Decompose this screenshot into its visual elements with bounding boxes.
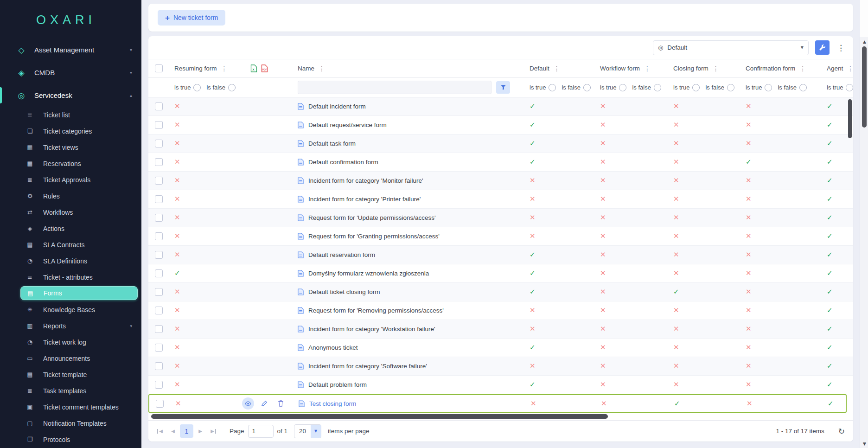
view-selector-dropdown[interactable]: ◎ Default ▼ xyxy=(653,40,809,55)
row-checkbox[interactable] xyxy=(155,121,163,129)
name-filter-input[interactable] xyxy=(298,81,491,94)
row-checkbox[interactable] xyxy=(155,381,163,389)
first-page-button[interactable]: ◀ xyxy=(155,425,167,437)
column-menu-icon[interactable]: ⋮ xyxy=(713,65,719,72)
is-true-radio[interactable] xyxy=(549,84,556,91)
row-checkbox[interactable] xyxy=(155,158,163,166)
is-true-radio[interactable] xyxy=(765,84,772,91)
sidebar-item-reports[interactable]: ▥Reports▾ xyxy=(0,318,141,334)
is-true-radio[interactable] xyxy=(846,84,853,91)
grid-vertical-scrollbar-thumb[interactable] xyxy=(848,99,852,138)
new-ticket-form-button[interactable]: + New ticket form xyxy=(158,10,225,26)
sidebar-item-forms[interactable]: ▤Forms xyxy=(20,286,138,300)
sidebar-item-cmdb[interactable]: ◈ CMDB ▾ xyxy=(0,61,141,84)
scroll-up-arrow-icon[interactable]: ▲ xyxy=(863,39,866,44)
next-page-button[interactable]: ▶ xyxy=(194,425,206,437)
table-row[interactable]: ✕Default problem form✓✕✕✕✓ xyxy=(148,376,853,394)
sidebar-item-knowledge-bases[interactable]: ✳Knowledge Bases xyxy=(0,301,141,318)
sidebar-item-asset-management[interactable]: ◇ Asset Management ▾ xyxy=(0,38,141,61)
table-row[interactable]: ✕Request form for 'Removing permissions/… xyxy=(148,301,853,320)
table-row[interactable]: ✕Request form for 'Update permissions/ac… xyxy=(148,209,853,227)
is-true-radio[interactable] xyxy=(619,84,626,91)
last-page-button[interactable]: ▶ xyxy=(206,425,218,437)
horizontal-scrollbar-thumb[interactable] xyxy=(151,414,608,419)
page-size-select[interactable]: 20 ▼ xyxy=(294,424,321,438)
sidebar-item-ticket-attributes[interactable]: ≡Ticket - attributes xyxy=(0,269,141,285)
row-checkbox[interactable] xyxy=(155,140,163,147)
is-true-radio[interactable] xyxy=(692,84,700,91)
sidebar-item-servicedesk[interactable]: ◎ Servicedesk ▴ xyxy=(0,84,141,107)
table-row[interactable]: ✕Anonymous ticket✓✕✕✕✓ xyxy=(148,339,853,357)
column-menu-icon[interactable]: ⋮ xyxy=(319,65,325,72)
page-number-input[interactable] xyxy=(248,425,274,438)
select-all-checkbox[interactable] xyxy=(155,64,163,72)
row-checkbox[interactable] xyxy=(155,288,163,296)
preview-button[interactable] xyxy=(242,397,254,410)
column-menu-icon[interactable]: ⋮ xyxy=(847,65,853,72)
sidebar-item-protocols[interactable]: ❐Protocols xyxy=(0,431,141,448)
row-checkbox[interactable] xyxy=(155,251,163,259)
sidebar-item-actions[interactable]: ◈Actions xyxy=(0,220,141,237)
sidebar-item-ticket-list[interactable]: ≡Ticket list xyxy=(0,107,141,123)
row-checkbox[interactable] xyxy=(156,400,164,408)
table-row[interactable]: ✕Default incident form✓✕✕✕✓ xyxy=(148,97,853,116)
current-page-button[interactable]: 1 xyxy=(180,424,193,438)
table-row[interactable]: ✕Request form for 'Granting permissions/… xyxy=(148,227,853,246)
sidebar-item-rules[interactable]: ⚙Rules xyxy=(0,188,141,204)
row-checkbox[interactable] xyxy=(155,325,163,333)
row-checkbox[interactable] xyxy=(155,214,163,222)
sidebar-item-notification-templates[interactable]: ▢Notification Templates xyxy=(0,415,141,431)
sidebar-item-ticket-categories[interactable]: ❏Ticket categories xyxy=(0,123,141,139)
table-row[interactable]: ✕Default reservation form✓✕✕✕✓ xyxy=(148,246,853,264)
kebab-menu-icon[interactable]: ⋮ xyxy=(837,43,845,52)
row-checkbox[interactable] xyxy=(155,102,163,110)
row-checkbox[interactable] xyxy=(155,269,163,277)
sidebar-item-sla-contracts[interactable]: ▤SLA Contracts xyxy=(0,237,141,253)
table-row[interactable]: ✕Default confirmation form✓✕✕✓✓ xyxy=(148,153,853,172)
table-row[interactable]: ✕Incident form for category 'Software fa… xyxy=(148,357,853,376)
sidebar-item-workflows[interactable]: ⇄Workflows xyxy=(0,204,141,220)
table-row[interactable]: ✕Default ticket closing form✓✕✓✕✓ xyxy=(148,283,853,301)
is-false-radio[interactable] xyxy=(228,84,236,91)
sidebar-item-task-templates[interactable]: ≣Task templates xyxy=(0,383,141,399)
table-row[interactable]: ✕Default request/service form✓✕✕✕✓ xyxy=(148,116,853,134)
is-true-radio[interactable] xyxy=(193,84,201,91)
grid-settings-wrench-button[interactable] xyxy=(815,40,830,55)
is-false-radio[interactable] xyxy=(799,84,807,91)
sidebar-item-announcements[interactable]: ▭Announcements xyxy=(0,350,141,366)
sidebar-item-ticket-views[interactable]: ▦Ticket views xyxy=(0,139,141,155)
pdf-export-icon[interactable]: PDF xyxy=(261,64,268,72)
table-row[interactable]: ✕Incident form for category 'Printer fai… xyxy=(148,190,853,209)
excel-export-icon[interactable]: x xyxy=(250,64,257,72)
row-checkbox[interactable] xyxy=(155,307,163,314)
row-checkbox[interactable] xyxy=(155,344,163,352)
sidebar-item-reservations[interactable]: ▦Reservations xyxy=(0,155,141,172)
column-menu-icon[interactable]: ⋮ xyxy=(221,65,228,72)
sidebar-item-sla-definitions[interactable]: ◔SLA Definitions xyxy=(0,253,141,269)
delete-button[interactable] xyxy=(274,397,287,410)
sidebar-item-ticket-template[interactable]: ▤Ticket template xyxy=(0,366,141,383)
row-checkbox[interactable] xyxy=(155,232,163,240)
table-row[interactable]: ✕Default task form✓✕✕✕✓ xyxy=(148,134,853,153)
filter-button[interactable] xyxy=(496,81,510,94)
sidebar-item-ticket-comment-templates[interactable]: ▣Ticket comment templates xyxy=(0,399,141,415)
column-menu-icon[interactable]: ⋮ xyxy=(799,65,806,72)
row-checkbox[interactable] xyxy=(155,362,163,370)
window-scrollbar-track[interactable]: ▲ ▼ xyxy=(860,37,868,448)
table-row[interactable]: ✕Incident form for category 'Workstation… xyxy=(148,320,853,339)
table-row[interactable]: ✕Incident form for category 'Monitor fai… xyxy=(148,172,853,190)
row-checkbox[interactable] xyxy=(155,177,163,185)
table-row[interactable]: ✓Domyślny formularz wznowienia zgłoszeni… xyxy=(148,264,853,283)
table-row[interactable]: ✕Test closing form✕✕✓✕✓ xyxy=(148,394,847,413)
default-cell: ✓ xyxy=(517,339,587,357)
refresh-icon[interactable]: ↻ xyxy=(838,427,845,436)
edit-button[interactable] xyxy=(258,397,270,410)
scroll-down-arrow-icon[interactable]: ▼ xyxy=(863,442,866,446)
window-scrollbar-thumb[interactable] xyxy=(862,46,867,128)
sidebar-item-ticket-work-log[interactable]: ◔Ticket work log xyxy=(0,334,141,350)
row-checkbox[interactable] xyxy=(155,195,163,203)
sidebar-item-ticket-approvals[interactable]: ≣Ticket Approvals xyxy=(0,172,141,188)
column-menu-icon[interactable]: ⋮ xyxy=(644,65,651,72)
column-menu-icon[interactable]: ⋮ xyxy=(554,65,560,72)
prev-page-button[interactable]: ◀ xyxy=(167,425,179,437)
